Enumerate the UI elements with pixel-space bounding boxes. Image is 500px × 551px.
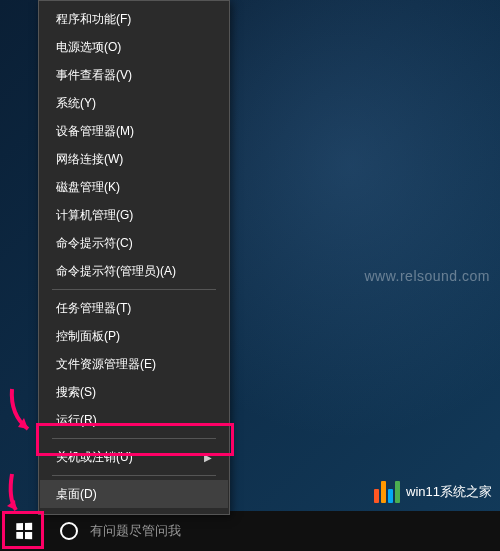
menu-label: 电源选项(O) [56,39,121,56]
center-watermark: www.relsound.com [365,268,491,284]
watermark-text: win11系统之家 [406,483,492,501]
start-button[interactable] [0,511,48,551]
menu-item-file-explorer[interactable]: 文件资源管理器(E) [40,350,228,378]
menu-item-programs-features[interactable]: 程序和功能(F) [40,5,228,33]
menu-item-computer-management[interactable]: 计算机管理(G) [40,201,228,229]
menu-item-network-connections[interactable]: 网络连接(W) [40,145,228,173]
menu-label: 事件查看器(V) [56,67,132,84]
menu-label: 搜索(S) [56,384,96,401]
menu-label: 网络连接(W) [56,151,123,168]
menu-label: 程序和功能(F) [56,11,131,28]
menu-label: 磁盘管理(K) [56,179,120,196]
chevron-right-icon: ▶ [204,452,212,463]
menu-label: 文件资源管理器(E) [56,356,156,373]
menu-label: 关机或注销(U) [56,449,133,466]
cortana-search-box[interactable]: 有问题尽管问我 [48,511,500,551]
menu-item-power-options[interactable]: 电源选项(O) [40,33,228,61]
menu-item-task-manager[interactable]: 任务管理器(T) [40,294,228,322]
menu-label: 桌面(D) [56,486,97,503]
menu-item-device-manager[interactable]: 设备管理器(M) [40,117,228,145]
menu-item-event-viewer[interactable]: 事件查看器(V) [40,61,228,89]
windows-logo-icon [16,523,32,539]
menu-item-command-prompt[interactable]: 命令提示符(C) [40,229,228,257]
menu-separator [52,289,216,290]
menu-label: 命令提示符(管理员)(A) [56,263,176,280]
menu-item-desktop[interactable]: 桌面(D) [40,480,228,508]
menu-label: 命令提示符(C) [56,235,133,252]
menu-separator [52,438,216,439]
menu-item-control-panel[interactable]: 控制面板(P) [40,322,228,350]
menu-separator [52,475,216,476]
watermark: win11系统之家 [374,481,492,503]
menu-label: 运行(R) [56,412,97,429]
menu-item-system[interactable]: 系统(Y) [40,89,228,117]
watermark-logo-icon [374,481,400,503]
menu-item-search[interactable]: 搜索(S) [40,378,228,406]
menu-label: 设备管理器(M) [56,123,134,140]
menu-label: 控制面板(P) [56,328,120,345]
menu-item-command-prompt-admin[interactable]: 命令提示符(管理员)(A) [40,257,228,285]
winx-context-menu: 程序和功能(F) 电源选项(O) 事件查看器(V) 系统(Y) 设备管理器(M)… [38,0,230,515]
taskbar: 有问题尽管问我 [0,511,500,551]
menu-item-run[interactable]: 运行(R) [40,406,228,434]
menu-label: 任务管理器(T) [56,300,131,317]
menu-item-shutdown-signout[interactable]: 关机或注销(U) ▶ [40,443,228,471]
menu-item-disk-management[interactable]: 磁盘管理(K) [40,173,228,201]
cortana-ring-icon [60,522,78,540]
menu-label: 系统(Y) [56,95,96,112]
search-placeholder: 有问题尽管问我 [90,522,181,540]
menu-label: 计算机管理(G) [56,207,133,224]
